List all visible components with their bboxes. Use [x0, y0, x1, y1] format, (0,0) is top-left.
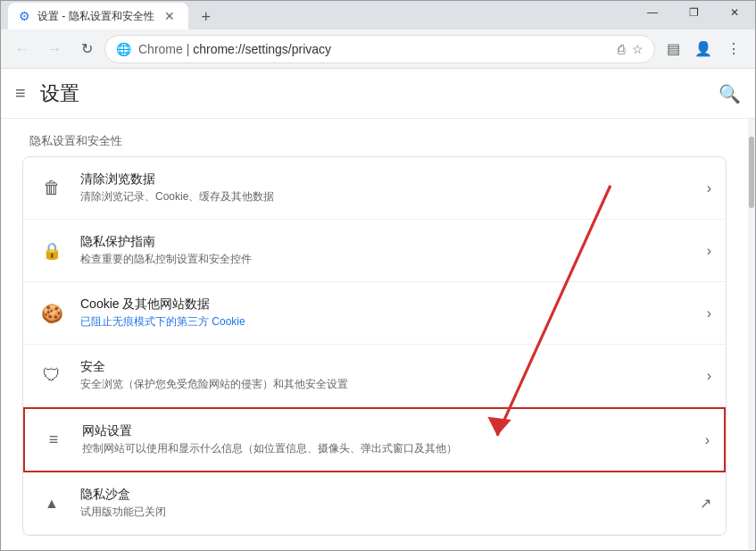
cookie-icon: 🍪	[37, 299, 66, 328]
trash-icon: 🗑	[37, 174, 66, 203]
chevron-right-icon: ›	[707, 305, 711, 321]
bookmark-button[interactable]: ☆	[632, 42, 644, 56]
sidebar-toggle-button[interactable]: ≡	[15, 83, 26, 104]
window-controls: — ❐ ✕	[632, 1, 755, 23]
toolbar-right: ▤ 👤 ⋮	[659, 35, 748, 63]
reader-mode-button[interactable]: ▤	[659, 35, 687, 63]
item-title: 隐私沙盒	[80, 487, 693, 503]
item-title: 清除浏览数据	[80, 171, 700, 188]
item-desc: 清除浏览记录、Cookie、缓存及其他数据	[80, 189, 700, 205]
item-text: Cookie 及其他网站数据 已阻止无痕模式下的第三方 Cookie	[80, 296, 700, 330]
chevron-right-icon: ›	[707, 180, 711, 196]
settings-page: ≡ 设置 🔍 隐私设置和安全性 🗑 清除浏览数据 清除浏览记录、Cookie、缓…	[1, 69, 755, 550]
sandbox-icon: ▲	[37, 489, 66, 518]
item-desc: 检查重要的隐私控制设置和安全控件	[80, 252, 700, 267]
address-bar[interactable]: 🌐 Chrome | chrome://settings/privacy ⎙ ☆	[104, 35, 655, 63]
browser-toolbar: ← → ↻ 🌐 Chrome | chrome://settings/priva…	[1, 29, 755, 69]
item-title: 安全	[80, 359, 700, 375]
forward-button[interactable]: →	[40, 35, 69, 63]
clear-browsing-data-item[interactable]: 🗑 清除浏览数据 清除浏览记录、Cookie、缓存及其他数据 ›	[23, 157, 726, 220]
tab-settings-icon: ⚙	[19, 9, 30, 23]
item-desc: 试用版功能已关闭	[80, 505, 693, 520]
window-minimize-button[interactable]: —	[632, 1, 673, 23]
menu-button[interactable]: ⋮	[719, 35, 748, 63]
item-title: 网站设置	[82, 423, 698, 439]
search-button[interactable]: 🔍	[719, 83, 741, 104]
scrollbar-thumb[interactable]	[749, 137, 754, 208]
omnibox-content: Chrome | chrome://settings/privacy	[138, 42, 611, 56]
share-button[interactable]: ⎙	[618, 42, 625, 56]
content-area: 隐私设置和安全性 🗑 清除浏览数据 清除浏览记录、Cookie、缓存及其他数据 …	[1, 119, 755, 550]
chevron-right-icon: ›	[707, 243, 711, 259]
item-text: 隐私保护指南 检查重要的隐私控制设置和安全控件	[80, 234, 700, 267]
security-icon: 🛡	[37, 362, 66, 390]
new-tab-button[interactable]: +	[194, 4, 219, 29]
external-link-icon: ↗	[700, 495, 711, 512]
window-restore-button[interactable]: ❐	[673, 1, 714, 23]
item-text: 清除浏览数据 清除浏览记录、Cookie、缓存及其他数据	[80, 171, 700, 205]
cookies-item[interactable]: 🍪 Cookie 及其他网站数据 已阻止无痕模式下的第三方 Cookie ›	[23, 282, 726, 345]
browser-tab[interactable]: ⚙ 设置 - 隐私设置和安全性 ✕	[8, 3, 188, 29]
shield-check-icon: 🔒	[37, 237, 66, 265]
title-bar: ⚙ 设置 - 隐私设置和安全性 ✕ + — ❐ ✕	[1, 1, 755, 29]
item-desc: 控制网站可以使用和显示什么信息（如位置信息、摄像头、弹出式窗口及其他）	[82, 441, 698, 456]
item-text: 安全 安全浏览（保护您免受危险网站的侵害）和其他安全设置	[80, 359, 700, 392]
chevron-right-icon: ›	[707, 368, 711, 384]
chevron-right-icon: ›	[705, 432, 710, 448]
settings-content: 隐私设置和安全性 🗑 清除浏览数据 清除浏览记录、Cookie、缓存及其他数据 …	[1, 119, 748, 550]
site-settings-item[interactable]: ≡ 网站设置 控制网站可以使用和显示什么信息（如位置信息、摄像头、弹出式窗口及其…	[23, 407, 726, 472]
section-title: 隐私设置和安全性	[22, 133, 727, 149]
omnibox-url: chrome://settings/privacy	[193, 42, 331, 56]
omnibox-chrome-label: Chrome	[138, 42, 183, 56]
page-title: 设置	[40, 80, 79, 107]
item-desc: 安全浏览（保护您免受危险网站的侵害）和其他安全设置	[80, 377, 700, 392]
window-close-button[interactable]: ✕	[714, 1, 755, 23]
privacy-sandbox-item[interactable]: ▲ 隐私沙盒 试用版功能已关闭 ↗	[23, 472, 726, 535]
back-button[interactable]: ←	[8, 35, 37, 63]
profile-button[interactable]: 👤	[689, 35, 718, 63]
refresh-button[interactable]: ↻	[72, 35, 101, 63]
settings-top-bar: ≡ 设置 🔍	[1, 69, 755, 119]
item-title: Cookie 及其他网站数据	[80, 296, 700, 313]
item-text: 隐私沙盒 试用版功能已关闭	[80, 487, 693, 520]
item-desc: 已阻止无痕模式下的第三方 Cookie	[80, 314, 700, 330]
settings-card: 🗑 清除浏览数据 清除浏览记录、Cookie、缓存及其他数据 › 🔒 隐私	[22, 156, 727, 536]
item-text: 网站设置 控制网站可以使用和显示什么信息（如位置信息、摄像头、弹出式窗口及其他）	[82, 423, 698, 456]
item-title: 隐私保护指南	[80, 234, 700, 250]
scrollbar[interactable]	[748, 119, 755, 550]
security-item[interactable]: 🛡 安全 安全浏览（保护您免受危险网站的侵害）和其他安全设置 ›	[23, 345, 726, 407]
chrome-icon: 🌐	[116, 42, 131, 56]
tab-title: 设置 - 隐私设置和安全性	[37, 9, 154, 24]
site-settings-icon: ≡	[39, 426, 68, 455]
browser-area: ≡ 设置 🔍 隐私设置和安全性 🗑 清除浏览数据 清除浏览记录、Cookie、缓…	[1, 69, 755, 550]
privacy-guide-item[interactable]: 🔒 隐私保护指南 检查重要的隐私控制设置和安全控件 ›	[23, 220, 726, 282]
tab-close-button[interactable]: ✕	[162, 8, 178, 24]
